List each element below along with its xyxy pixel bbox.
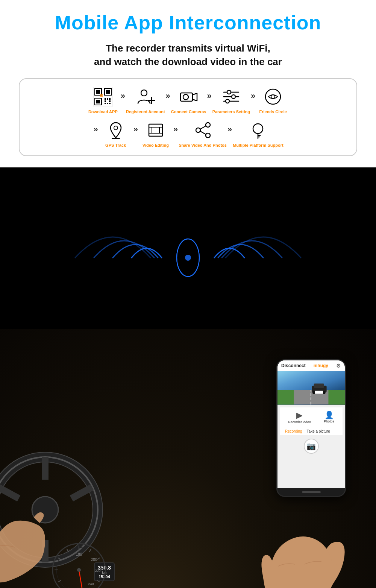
svg-rect-15 [100,94,103,97]
step-connect-cameras-label: Connect Cameras [171,109,206,114]
gps-icon [105,120,127,141]
svg-point-24 [232,95,235,99]
take-picture-label: Take a picture [307,429,330,433]
steps-box: Download APP » Registered Account [19,78,357,156]
svg-point-82 [312,391,315,394]
svg-rect-85 [277,390,294,405]
svg-rect-13 [107,103,108,104]
svg-point-22 [227,90,231,94]
recorder-video-btn[interactable]: ▶ Recorder video [288,411,311,424]
step-share-video-label: Share Video And Photos [179,143,227,148]
svg-text:200: 200 [91,558,97,562]
svg-line-60 [97,558,100,560]
svg-line-62 [97,580,100,582]
step-parameters-setting-label: Parameters Setting [212,109,250,114]
steps-row-1: Download APP » Registered Account [25,87,351,114]
phone-mockup: Disconnect nihugy ⚙ [276,359,346,497]
svg-rect-10 [105,100,106,102]
sliders-icon [220,87,243,107]
svg-rect-14 [109,103,111,104]
svg-rect-7 [105,98,106,100]
wifi-waves-svg [56,186,320,329]
svg-point-29 [114,126,118,130]
svg-point-38 [206,133,210,138]
arrow-8: » [227,125,232,134]
step-friends-circle: Friends Circle [256,87,290,114]
svg-point-26 [226,99,229,103]
step-friends-circle-label: Friends Circle [259,109,287,114]
step-parameters-setting: Parameters Setting [212,87,250,114]
arrow-7: » [173,125,178,134]
svg-text:180: 180 [76,552,82,556]
step-download-app-label: Download APP [88,109,118,114]
svg-rect-6 [96,100,100,103]
phone-screen: Disconnect nihugy ⚙ [277,360,345,488]
svg-point-83 [323,391,326,394]
phone-action-buttons: ▶ Recorder video 👤 Photos [280,407,343,428]
svg-rect-84 [315,391,323,394]
step-connect-cameras: Connect Cameras [171,87,206,114]
arrow-2: » [166,91,170,101]
svg-line-41 [200,131,206,134]
photos-btn[interactable]: 👤 Photos [324,411,334,424]
svg-point-47 [185,255,191,261]
svg-rect-11 [109,100,111,102]
arrow-1: » [121,91,125,101]
step-video-editing: Video Editing [139,120,173,148]
top-section: Mobile App Interconnection The recorder … [0,0,376,167]
svg-rect-8 [107,98,108,100]
page-title: Mobile App Interconnection [8,11,368,34]
svg-point-37 [206,123,210,127]
camera-icon [177,87,200,107]
svg-rect-86 [328,390,345,405]
arrow-3: » [207,91,211,101]
svg-text:220: 220 [95,569,100,573]
svg-line-53 [0,487,19,498]
username: nihugy [314,363,328,368]
search-circle-icon [262,87,284,107]
svg-point-76 [77,568,81,572]
svg-line-75 [79,570,83,588]
step-gps-track-label: GPS Track [105,143,126,148]
capture-button[interactable]: 📷 [304,439,319,454]
key-icon [247,120,269,141]
svg-point-42 [253,124,263,134]
svg-point-20 [183,94,188,100]
video-thumbnail [277,371,345,405]
svg-rect-4 [106,90,110,94]
svg-point-27 [265,89,280,104]
svg-line-59 [89,549,91,552]
svg-line-54 [71,487,92,498]
step-download-app: Download APP [86,87,120,114]
settings-icon[interactable]: ⚙ [336,363,341,369]
step-registered-account: Registered Account [126,87,165,114]
recording-label: Recording [285,429,302,433]
road-scene [277,371,345,405]
left-dial: 180 200 220 240 260 [49,540,109,588]
dashboard-instruments: 180 200 220 240 260 [49,540,109,588]
page-subtitle: The recorder transmits virtual WiFi, and… [8,41,368,69]
share-icon [191,120,214,141]
svg-line-68 [58,558,61,560]
svg-rect-81 [314,384,324,388]
svg-rect-31 [149,124,162,136]
step-multi-platform: Multiple Platform Support [233,120,283,148]
step-share-video: Share Video And Photos [179,120,227,148]
svg-rect-32 [152,127,159,133]
svg-line-69 [67,549,69,552]
svg-line-40 [200,126,206,129]
svg-text:240: 240 [88,582,94,586]
user-add-icon [134,87,157,107]
bottom-section: 350.8 km 15304 [0,167,376,588]
disconnect-btn[interactable]: Disconnect [281,363,306,368]
capture-area: 📷 [277,435,345,457]
step-multi-platform-label: Multiple Platform Support [233,143,283,148]
step-registered-account-label: Registered Account [126,109,165,114]
svg-point-28 [271,95,275,99]
qr-icon [92,87,114,107]
arrow-5: » [93,125,98,134]
svg-rect-2 [96,90,100,94]
svg-rect-9 [109,98,111,100]
arrow-6: » [133,125,138,134]
step-gps-track: GPS Track [99,120,133,148]
